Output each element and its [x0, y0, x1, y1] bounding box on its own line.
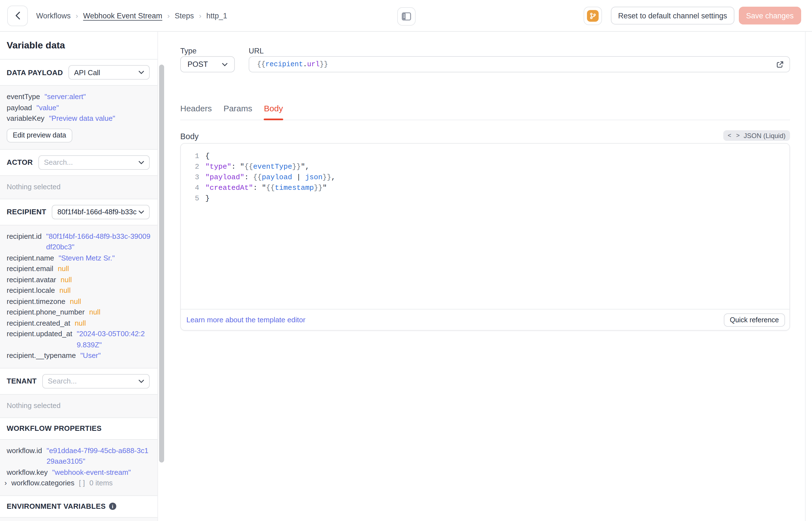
- quick-reference-button[interactable]: Quick reference: [724, 313, 785, 326]
- code-brackets-icon: < >: [728, 132, 741, 139]
- kv-value: "server:alert": [45, 91, 86, 102]
- kv-value: null: [58, 263, 69, 274]
- template-editor-docs-link[interactable]: Learn more about the template editor: [186, 316, 306, 324]
- code-token: json: [305, 173, 323, 181]
- line-number: 1: [181, 151, 199, 161]
- tab-params[interactable]: Params: [223, 104, 252, 120]
- code-text: }: [205, 193, 210, 204]
- body-template-editor: 1{2"type": "{{eventType}}",3"payload": {…: [180, 143, 790, 331]
- code-text: {: [205, 151, 210, 161]
- code-token: url: [307, 61, 319, 68]
- code-line: 5}: [181, 193, 789, 204]
- workflow-properties-heading-text: WORKFLOW PROPERTIES: [7, 424, 101, 432]
- workflow-properties-heading: WORKFLOW PROPERTIES: [0, 418, 158, 439]
- environment-variables-heading-text: ENVIRONMENT VARIABLES: [7, 502, 106, 511]
- code-token: payload: [262, 173, 292, 181]
- kv-key: workflow.categories: [11, 478, 75, 489]
- chevron-down-icon: [139, 379, 144, 383]
- code-token: ": [262, 184, 266, 192]
- kv-value: "2024-03-05T00:42:29.839Z": [77, 329, 151, 350]
- code-token: recipient: [265, 61, 303, 68]
- variable-data-sidebar: Variable data DATA PAYLOAD API Call even…: [0, 32, 166, 521]
- external-link-icon[interactable]: [776, 61, 784, 68]
- code-token: {: [205, 152, 210, 160]
- data-payload-selected-value: API Call: [74, 68, 139, 76]
- actor-search-placeholder: Search...: [44, 158, 139, 166]
- http-method-select[interactable]: POST: [180, 56, 235, 72]
- actor-label: ACTOR: [7, 158, 33, 166]
- code-token: "payload": [205, 173, 244, 181]
- tab-headers[interactable]: Headers: [180, 104, 212, 120]
- tenant-search-select[interactable]: Search...: [42, 374, 150, 388]
- code-token: .: [303, 61, 307, 68]
- info-icon[interactable]: i: [109, 503, 116, 510]
- kv-value: null: [75, 318, 86, 329]
- kv-key: recipient.id: [7, 231, 42, 242]
- kv-value: null: [61, 274, 72, 285]
- code-token: |: [292, 173, 305, 181]
- recipient-select[interactable]: 80f1f4bf-166d-48f9-b33c: [52, 205, 150, 219]
- data-payload-row: DATA PAYLOAD API Call: [0, 60, 158, 85]
- kv-count: 0 items: [89, 478, 113, 489]
- code-editor[interactable]: 1{2"type": "{{eventType}}",3"payload": {…: [181, 143, 789, 309]
- code-line: 3"payload": {{payload | json}},: [181, 172, 789, 183]
- panel-layout-icon: [402, 12, 411, 21]
- kv-key: recipient.phone_number: [7, 307, 85, 318]
- code-token: ": [240, 162, 244, 171]
- back-button[interactable]: [7, 5, 28, 26]
- breadcrumb-item[interactable]: Workflows: [36, 12, 71, 20]
- code-token: :: [253, 184, 262, 192]
- editor-footer: Learn more about the template editor Qui…: [181, 309, 789, 330]
- reset-channel-settings-button[interactable]: Reset to default channel settings: [611, 7, 734, 24]
- sidebar-toggle-button[interactable]: [397, 7, 415, 26]
- code-token: {{: [266, 184, 275, 192]
- tenant-label: TENANT: [7, 377, 37, 385]
- code-token: "createdAt": [205, 184, 253, 192]
- kv-value: "webhook-event-stream": [52, 467, 131, 478]
- chevron-down-icon: [139, 71, 144, 74]
- code-token: timestamp: [275, 184, 314, 192]
- http-method-value: POST: [188, 60, 208, 68]
- kv-key: recipient.updated_at: [7, 329, 72, 339]
- kv-row: recipient.created_atnull: [7, 318, 151, 329]
- language-badge[interactable]: < > JSON (Liquid): [723, 130, 790, 141]
- save-changes-button[interactable]: Save changes: [739, 7, 801, 24]
- actor-row: ACTOR Search...: [0, 150, 158, 175]
- edit-preview-data-button[interactable]: Edit preview data: [7, 128, 72, 142]
- recipient-kv-group: recipient.id"80f1f4bf-166d-48f9-b33c-390…: [0, 225, 158, 368]
- url-input[interactable]: {{recipient.url}}: [249, 56, 790, 72]
- breadcrumb-item: http_1: [207, 12, 227, 20]
- kv-row: variableKey"Preview data value": [7, 113, 151, 124]
- code-token: }}: [323, 173, 331, 181]
- code-token: :: [244, 173, 253, 181]
- kv-value: [ ]: [79, 478, 85, 489]
- breadcrumb-item[interactable]: Webhook Event Stream: [83, 12, 163, 20]
- kv-value: "Preview data value": [49, 113, 115, 124]
- kv-row: recipient.localenull: [7, 285, 151, 296]
- git-branch-icon: [587, 10, 599, 21]
- top-bar: Workflows›Webhook Event Stream›Steps›htt…: [0, 0, 812, 32]
- chevron-down-icon: [139, 161, 144, 164]
- breadcrumb-item: Steps: [175, 12, 194, 20]
- line-number: 4: [181, 183, 199, 193]
- actor-empty-group: Nothing selected: [0, 176, 158, 199]
- code-token: "type": [205, 162, 232, 171]
- kv-value: "Steven Metz Sr.": [59, 252, 115, 263]
- main-scroll-gutter: [805, 32, 812, 521]
- sidebar-scrollbar[interactable]: [159, 65, 164, 462]
- data-payload-select[interactable]: API Call: [68, 65, 150, 80]
- code-token: }: [205, 194, 210, 203]
- tab-body[interactable]: Body: [264, 104, 283, 120]
- tenant-row: TENANT Search...: [0, 368, 158, 394]
- kv-key: recipient.name: [7, 252, 54, 263]
- expand-chevron-icon[interactable]: ›: [4, 478, 7, 489]
- environment-variables-heading: ENVIRONMENT VARIABLES i: [0, 496, 158, 517]
- kv-key: workflow.key: [7, 467, 48, 478]
- kv-key: recipient.email: [7, 263, 53, 274]
- code-token: eventType: [253, 162, 292, 171]
- actor-search-select[interactable]: Search...: [39, 155, 150, 169]
- kv-key: recipient.created_at: [7, 318, 70, 329]
- kv-row: recipient.name"Steven Metz Sr.": [7, 252, 151, 263]
- data-payload-preview-group: eventType"server:alert"payload"value"var…: [0, 86, 158, 149]
- commit-changes-button[interactable]: [583, 6, 602, 25]
